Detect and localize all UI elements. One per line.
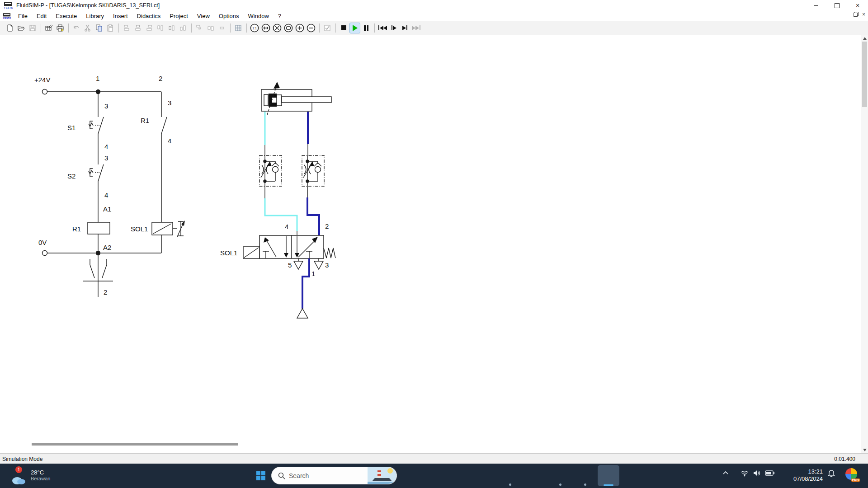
align-top-icon [156, 24, 165, 32]
switch-s1[interactable] [89, 117, 104, 134]
pressure-line-port1[interactable] [302, 258, 309, 309]
switch-s2[interactable] [89, 164, 104, 181]
mdi-restore-icon[interactable] [854, 13, 858, 17]
ungroup-button[interactable] [217, 23, 227, 33]
align-right-button[interactable] [144, 23, 155, 33]
align-bottom-button[interactable] [178, 23, 189, 33]
align-center-button[interactable] [132, 23, 143, 33]
maximize-icon [835, 3, 840, 8]
tray-battery[interactable] [765, 470, 775, 478]
tray-chevron[interactable] [722, 470, 729, 478]
zoom-fit-width-button[interactable] [260, 23, 271, 33]
label-a2: A2 [103, 244, 111, 251]
circuit-preview-button[interactable] [43, 23, 54, 33]
toolbar-separator [319, 23, 320, 33]
taskbar-clock[interactable]: 13:21 07/08/2024 [778, 468, 823, 483]
check-circuit-button[interactable] [322, 23, 333, 33]
menu-options[interactable]: Options [214, 13, 244, 19]
open-file-button[interactable] [16, 23, 27, 33]
close-button[interactable]: × [847, 0, 868, 11]
contact-r1[interactable] [161, 117, 167, 134]
maximize-button[interactable] [826, 0, 847, 11]
supply-rail-24v[interactable] [42, 89, 162, 94]
mdi-close-icon[interactable]: × [862, 12, 865, 17]
stop-simulation-button[interactable] [338, 23, 349, 33]
exhaust-line-to-port4[interactable] [265, 198, 297, 231]
scroll-up-icon[interactable] [863, 37, 867, 40]
festo-doc-icon: FESTO [3, 13, 11, 19]
solenoid-sol1-electrical[interactable] [152, 221, 185, 237]
close-icon: × [856, 2, 859, 9]
vertical-scrollbar[interactable] [861, 35, 868, 453]
tray-notifications[interactable] [827, 469, 835, 479]
rotate-button[interactable] [194, 23, 205, 33]
save-button[interactable] [27, 23, 38, 33]
mdi-minimize-icon[interactable] [845, 16, 849, 16]
minimize-button[interactable] [806, 0, 826, 11]
pause-simulation-button[interactable] [361, 23, 372, 33]
simulate-to-state-button[interactable] [400, 23, 410, 33]
zoom-fit-page-button[interactable] [272, 23, 283, 33]
menu-project[interactable]: Project [165, 13, 192, 19]
weather-condition-label: Berawan [31, 476, 50, 482]
fast-forward-button[interactable] [411, 23, 422, 33]
search-highlight-image[interactable] [368, 467, 396, 484]
scroll-down-icon[interactable] [863, 449, 867, 451]
flow-control-valve-left[interactable] [259, 155, 282, 186]
temperature-label: 28°C [31, 469, 50, 476]
tray-network[interactable] [741, 469, 749, 479]
copy-button[interactable] [94, 23, 104, 33]
zoom-in-button[interactable] [294, 23, 305, 33]
weather-widget[interactable]: 1 28°C Berawan [11, 465, 50, 485]
zoom-rect-button[interactable] [283, 23, 294, 33]
menu-help[interactable]: ? [274, 13, 286, 19]
group-button[interactable] [205, 23, 216, 33]
menu-edit[interactable]: Edit [32, 13, 51, 19]
air-source-triangle[interactable] [297, 309, 308, 318]
paste-button[interactable] [105, 23, 116, 33]
zoom-original-button[interactable]: 1:1 [249, 23, 260, 33]
horizontal-scroll-thumb[interactable] [32, 443, 238, 446]
print-button[interactable] [55, 23, 66, 33]
menu-insert[interactable]: Insert [108, 13, 132, 19]
relay-coil-r1[interactable] [88, 222, 110, 234]
whatsapp-running-dot [559, 483, 561, 486]
valve-solenoid [243, 247, 259, 258]
zoom-out-button[interactable] [306, 23, 316, 33]
label-ground: 0V [38, 239, 47, 246]
label-supply: +24V [34, 76, 50, 84]
toolbar-separator [335, 23, 336, 33]
circuit-canvas[interactable]: +24V 0V 1 2 3 4 3 4 A1 A2 S1 S2 R1 R1 SO… [0, 35, 868, 453]
toolbar-separator [41, 23, 41, 33]
single-step-button[interactable] [388, 23, 399, 33]
tray-color-app[interactable]: PRO [844, 467, 858, 481]
start-button[interactable] [252, 466, 270, 486]
cut-button[interactable] [82, 23, 93, 33]
menu-didactics[interactable]: Didactics [132, 13, 165, 19]
flow-control-valve-right[interactable] [302, 155, 324, 186]
align-top-button[interactable] [155, 23, 166, 33]
grid-button[interactable] [233, 23, 244, 33]
reset-simulation-button[interactable] [377, 23, 388, 33]
new-file-button[interactable] [5, 23, 15, 33]
cylinder[interactable] [261, 82, 331, 115]
menu-file[interactable]: File [14, 13, 32, 19]
label-t3b: 3 [104, 154, 108, 162]
menu-view[interactable]: View [193, 13, 214, 19]
ground-rail-0v[interactable] [42, 251, 162, 256]
align-left-button[interactable] [121, 23, 132, 33]
menu-library[interactable]: Library [81, 13, 108, 19]
window-title: FluidSIM-P - [TUGAS\Kelompok SKI\DARIS_1… [16, 2, 160, 9]
tray-volume[interactable] [752, 469, 760, 479]
search-box[interactable]: Search [271, 467, 397, 484]
menu-window[interactable]: Window [244, 13, 274, 19]
checkbox-icon [323, 24, 331, 32]
undo-button[interactable] [71, 23, 82, 33]
start-simulation-button[interactable] [349, 23, 360, 33]
copy-icon [95, 24, 103, 32]
pressure-line-to-port2[interactable] [307, 197, 319, 235]
step-icon [391, 25, 397, 30]
vertical-scroll-thumb[interactable] [862, 42, 867, 107]
menu-execute[interactable]: Execute [51, 13, 81, 19]
align-middle-button[interactable] [166, 23, 177, 33]
